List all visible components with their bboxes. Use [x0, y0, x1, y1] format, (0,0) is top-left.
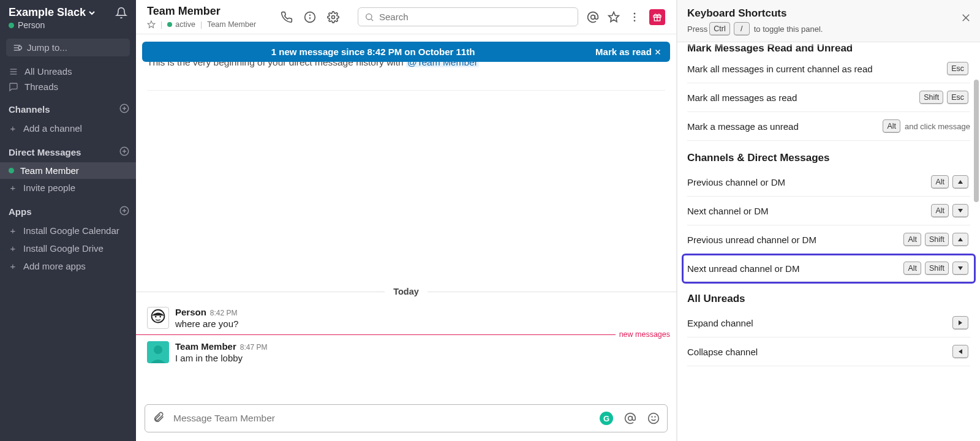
shortcut-row: Next unread channel or DMAltShift — [684, 255, 974, 282]
shortcut-label: Collapse channel — [687, 347, 758, 357]
key: Alt — [883, 119, 900, 133]
chevron-down-icon — [88, 9, 96, 17]
settings-icon[interactable] — [327, 11, 339, 23]
add-app-icon[interactable] — [119, 205, 130, 218]
nav-all-unreads[interactable]: All Unreads — [0, 64, 136, 79]
invite-label: Invite people — [23, 183, 75, 193]
message-author[interactable]: Person — [175, 307, 206, 317]
key: Esc — [947, 62, 968, 75]
app-label: Install Google Calendar — [23, 225, 119, 236]
key-ctrl: Ctrl — [709, 22, 729, 36]
banner-text: 1 new message since 8:42 PM on October 1… — [151, 47, 595, 57]
shortcut-keys: AltShift — [902, 233, 970, 246]
avatar[interactable] — [147, 307, 169, 329]
app-label: Install Google Drive — [23, 243, 104, 254]
nav-all-unreads-label: All Unreads — [24, 66, 72, 77]
key — [952, 345, 968, 358]
svg-point-39 — [652, 417, 652, 417]
search-input[interactable] — [358, 7, 578, 26]
nav-threads-label: Threads — [24, 81, 58, 92]
star-icon[interactable] — [147, 20, 156, 29]
mentions-icon[interactable] — [587, 11, 599, 23]
dm-header-label: Direct Messages — [9, 147, 81, 157]
gift-icon[interactable] — [649, 9, 665, 25]
jump-to[interactable]: Jump to... — [6, 39, 130, 56]
info-icon[interactable] — [304, 11, 316, 23]
message-composer[interactable]: G — [145, 404, 668, 432]
message-scroll-area[interactable]: 1 new message since 8:42 PM on October 1… — [136, 34, 676, 394]
apps-section-header[interactable]: Apps — [0, 197, 136, 222]
message-author[interactable]: Team Member — [175, 341, 236, 352]
key — [952, 175, 968, 189]
svg-point-34 — [155, 316, 157, 318]
workspace-switcher[interactable]: Example Slack — [9, 6, 96, 19]
svg-point-27 — [634, 20, 636, 21]
key: Esc — [947, 91, 968, 104]
grammarly-icon[interactable]: G — [600, 412, 613, 425]
app-install-gcal[interactable]: + Install Google Calendar — [0, 222, 136, 239]
svg-line-22 — [371, 19, 373, 21]
search-field[interactable] — [379, 12, 571, 22]
presence-dot-icon — [9, 168, 14, 173]
presence-dot-icon — [167, 22, 172, 27]
more-vertical-icon[interactable] — [628, 11, 641, 23]
conversation-title: Team Member — [147, 5, 281, 18]
invite-people[interactable]: + Invite people — [0, 179, 136, 197]
message-row: Team Member8:47 PM I am in the lobby — [136, 339, 676, 363]
svg-marker-46 — [958, 266, 963, 270]
avatar[interactable] — [147, 341, 169, 363]
key: Alt — [903, 233, 921, 246]
svg-marker-48 — [959, 349, 962, 354]
shortcut-keys — [951, 345, 970, 358]
svg-point-40 — [655, 417, 655, 417]
plus-icon: + — [9, 183, 17, 193]
panel-title: Keyboard Shortcuts — [687, 7, 970, 20]
shortcut-row: Mark all messages in current channel as … — [687, 55, 970, 83]
shortcut-keys: Alt — [929, 204, 970, 217]
shortcut-row: Next channel or DMAlt — [687, 197, 970, 225]
channels-section-header[interactable]: Channels — [0, 94, 136, 119]
svg-marker-43 — [958, 180, 963, 184]
plus-icon: + — [9, 243, 17, 254]
attach-icon[interactable] — [153, 411, 165, 426]
current-user[interactable]: Person — [0, 20, 136, 36]
svg-point-20 — [332, 15, 335, 18]
shortcut-label: Mark all messages in current channel as … — [687, 64, 873, 74]
section-channels-dm: Channels & Direct Messages — [687, 152, 970, 164]
dm-item-team-member[interactable]: Team Member — [0, 162, 136, 179]
jump-label: Jump to... — [27, 42, 67, 53]
svg-marker-16 — [148, 21, 155, 28]
new-dm-icon[interactable] — [119, 146, 130, 159]
key — [952, 204, 968, 217]
scrollbar-thumb[interactable] — [974, 80, 979, 202]
new-messages-label: new messages — [616, 330, 676, 339]
mention-icon[interactable] — [624, 412, 636, 424]
panel-body[interactable]: Mark Messages Read and Unread Mark all m… — [677, 42, 980, 441]
shortcut-label: Mark all messages as read — [687, 92, 797, 103]
message-text: where are you? — [175, 318, 238, 329]
call-icon[interactable] — [281, 11, 293, 23]
add-channel[interactable]: + Add a channel — [0, 119, 136, 137]
app-add-more[interactable]: + Add more apps — [0, 257, 136, 275]
notifications-icon[interactable] — [115, 7, 127, 19]
channels-header-label: Channels — [9, 104, 50, 115]
status-label: active — [175, 20, 195, 29]
plus-icon: + — [9, 225, 17, 236]
emoji-icon[interactable] — [647, 412, 660, 424]
app-install-gdrive[interactable]: + Install Google Drive — [0, 239, 136, 257]
star-outline-icon[interactable] — [608, 11, 620, 23]
key: Shift — [925, 233, 949, 246]
key — [952, 262, 968, 275]
add-channel-plus-icon[interactable] — [119, 103, 130, 116]
shortcut-row: Expand channel — [687, 309, 970, 337]
shortcut-keys: Esc — [945, 62, 970, 75]
svg-marker-45 — [958, 238, 963, 241]
dm-section-header[interactable]: Direct Messages — [0, 137, 136, 162]
close-panel-button[interactable] — [960, 12, 971, 26]
close-icon — [654, 48, 662, 56]
mark-as-read-button[interactable]: Mark as read — [595, 47, 662, 57]
nav-threads[interactable]: Threads — [0, 79, 136, 94]
plus-icon: + — [9, 123, 17, 134]
new-message-banner: 1 new message since 8:42 PM on October 1… — [142, 42, 670, 62]
composer-input[interactable] — [173, 413, 600, 424]
